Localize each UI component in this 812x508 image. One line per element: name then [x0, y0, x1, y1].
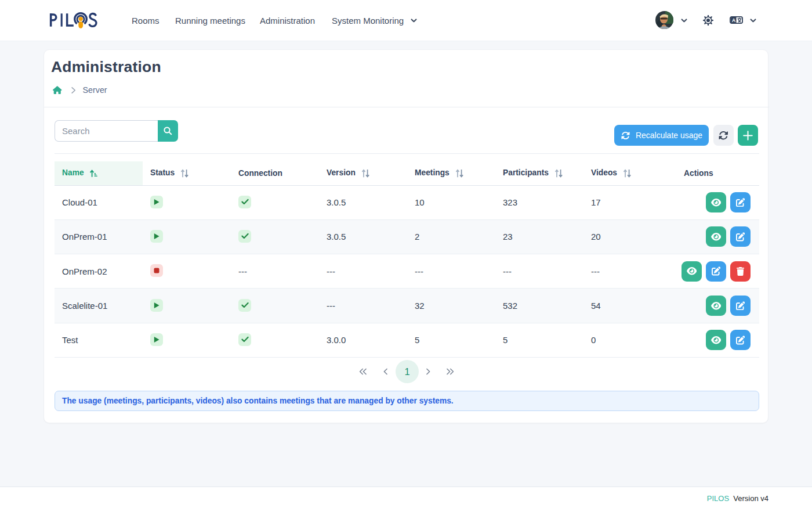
svg-text:A: A: [732, 17, 735, 23]
